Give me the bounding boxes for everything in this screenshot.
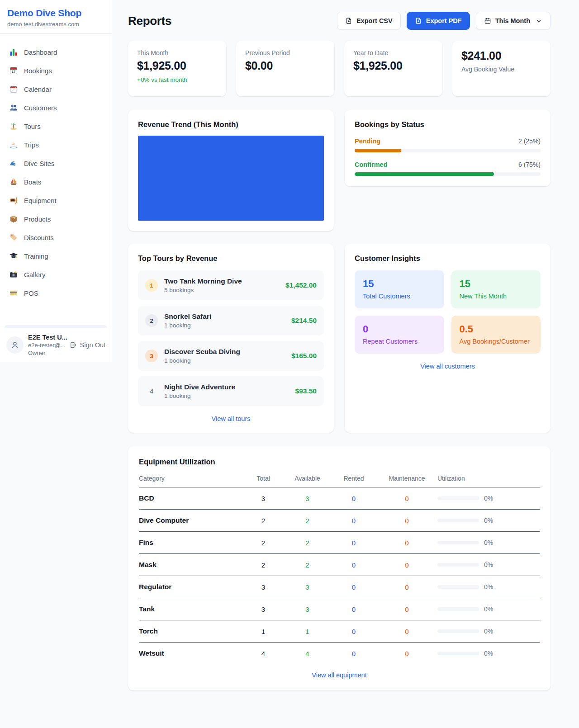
logout-icon — [70, 341, 77, 349]
table-header: Category Total Available Rented Maintena… — [139, 475, 540, 487]
tour-revenue: $165.00 — [291, 352, 317, 360]
rank-badge: 4 — [145, 385, 158, 397]
tile-label: Repeat Customers — [363, 338, 436, 345]
col-utilization: Utilization — [437, 475, 540, 482]
cell-category: Fins — [139, 539, 243, 547]
sidebar-item-gallery[interactable]: Gallery — [5, 265, 107, 284]
utilization-label: 0% — [484, 650, 493, 657]
sidebar-item-label: POS — [24, 289, 38, 297]
utilization-label: 0% — [484, 517, 493, 524]
customer-insights-card: Customer Insights 15 Total Customers 15 … — [345, 244, 551, 433]
status-progress-fill — [355, 149, 401, 152]
sidebar-item-training[interactable]: Training — [5, 247, 107, 265]
insight-tiles: 15 Total Customers 15 New This Month 0 R… — [355, 270, 541, 354]
stat-card-previous-period: Previous Period $0.00 — [236, 41, 334, 96]
sidebar-item-customers[interactable]: Customers — [5, 99, 107, 117]
cell-category: Mask — [139, 561, 243, 569]
header-actions: Export CSV Export PDF This Month — [337, 12, 551, 30]
export-csv-button[interactable]: Export CSV — [337, 12, 401, 30]
sidebar-item-label: Tours — [24, 123, 41, 130]
sidebar-item-label: Dashboard — [24, 48, 57, 56]
status-label: Confirmed — [355, 161, 388, 168]
stat-label: Year to Date — [353, 49, 433, 57]
period-dropdown[interactable]: This Month — [476, 12, 551, 30]
list-item: 4 Night Dive Adventure 1 booking $93.50 — [138, 376, 324, 406]
user-panel: E2E Test U... e2e-tester@... Owner Sign … — [0, 328, 112, 362]
sidebar-item-label: Gallery — [24, 271, 46, 279]
tour-list: 1 Two Tank Morning Dive 5 bookings $1,45… — [138, 270, 324, 406]
utilization-label: 0% — [484, 628, 493, 635]
insight-tile: 0.5 Avg Bookings/Customer — [451, 316, 541, 354]
sidebar-item-pos[interactable]: POS — [5, 284, 107, 302]
sidebar-item-boats[interactable]: Boats — [5, 173, 107, 191]
tour-revenue: $214.50 — [291, 317, 317, 325]
stats-row: This Month $1,925.00 +0% vs last month P… — [128, 41, 551, 96]
tour-name: Two Tank Morning Dive — [164, 277, 279, 285]
status-count: 2 (25%) — [518, 137, 541, 145]
cell-available: 4 — [284, 650, 331, 657]
table-row: Mask 2 2 0 0 0% — [139, 554, 540, 576]
sidebar-item-label: Bookings — [24, 67, 52, 75]
sidebar-item-calendar[interactable]: Calendar — [5, 80, 107, 98]
tour-name: Discover Scuba Diving — [164, 348, 285, 356]
table-row: BCD 3 3 0 0 0% — [139, 487, 540, 510]
table-row: Tank 3 3 0 0 0% — [139, 598, 540, 620]
cell-maintenance: 0 — [376, 561, 437, 569]
revenue-trend-chart — [138, 136, 324, 221]
utilization-track — [437, 519, 479, 522]
revenue-trend-title: Revenue Trend (This Month) — [138, 120, 324, 129]
cell-rented: 0 — [331, 517, 376, 525]
sidebar-item-trips[interactable]: Trips — [5, 136, 107, 154]
list-item: 2 Snorkel Safari 1 booking $214.50 — [138, 306, 324, 336]
speedboat-icon — [9, 140, 18, 149]
sidebar-item-label: Dive Sites — [24, 160, 55, 167]
sidebar-item-discounts[interactable]: Discounts — [5, 228, 107, 246]
user-meta: E2E Test U... e2e-tester@... Owner — [28, 334, 65, 356]
sidebar-item-equipment[interactable]: Equipment — [5, 191, 107, 209]
wave-icon — [9, 159, 18, 168]
view-all-customers-link[interactable]: View all customers — [355, 363, 541, 370]
cell-total: 1 — [243, 628, 284, 635]
brand: Demo Dive Shop demo.test.divestreams.com — [0, 0, 112, 34]
tile-value: 15 — [363, 278, 436, 290]
table-row: Fins 2 2 0 0 0% — [139, 532, 540, 554]
utilization-track — [437, 585, 479, 589]
cell-total: 2 — [243, 517, 284, 525]
status-progress-track — [355, 172, 541, 176]
cell-total: 3 — [243, 605, 284, 613]
stat-label: This Month — [137, 49, 217, 57]
col-rented: Rented — [331, 475, 376, 482]
table-row: Regulator 3 3 0 0 0% — [139, 576, 540, 598]
sign-out-button[interactable]: Sign Out — [70, 341, 105, 349]
insight-tile: 0 Repeat Customers — [355, 316, 444, 354]
tour-name: Snorkel Safari — [164, 312, 285, 321]
cell-available: 3 — [284, 583, 331, 591]
top-tours-card: Top Tours by Revenue 1 Two Tank Morning … — [128, 244, 334, 433]
tour-bookings: 5 bookings — [164, 287, 279, 293]
export-pdf-button[interactable]: Export PDF — [407, 12, 470, 30]
cell-total: 3 — [243, 583, 284, 591]
sidebar-item-bookings[interactable]: 17 Bookings — [5, 61, 107, 80]
sidebar-item-label: Customers — [24, 104, 57, 112]
cell-available: 1 — [284, 628, 331, 635]
export-pdf-label: Export PDF — [426, 17, 462, 24]
tour-bookings: 1 booking — [164, 357, 285, 364]
utilization-label: 0% — [484, 539, 493, 546]
sidebar-item-products[interactable]: Products — [5, 210, 107, 228]
col-category: Category — [139, 475, 243, 482]
sidebar-item-dashboard[interactable]: Dashboard — [5, 43, 107, 61]
view-all-equipment-link[interactable]: View all equipment — [139, 671, 540, 679]
stat-value: $0.00 — [245, 59, 325, 72]
cell-maintenance: 0 — [376, 539, 437, 547]
camera-icon — [9, 270, 18, 279]
cell-total: 4 — [243, 650, 284, 657]
cell-category: BCD — [139, 494, 243, 502]
cell-available: 3 — [284, 495, 331, 502]
stat-value: $1,925.00 — [353, 59, 433, 72]
view-all-tours-link[interactable]: View all tours — [138, 415, 324, 422]
sidebar-item-tours[interactable]: Tours — [5, 117, 107, 135]
sidebar-item-dive-sites[interactable]: Dive Sites — [5, 154, 107, 172]
main-content: Reports Export CSV Export PDF This Month… — [112, 0, 579, 690]
sidebar-item-label: Trips — [24, 141, 39, 149]
cell-rented: 0 — [331, 561, 376, 569]
